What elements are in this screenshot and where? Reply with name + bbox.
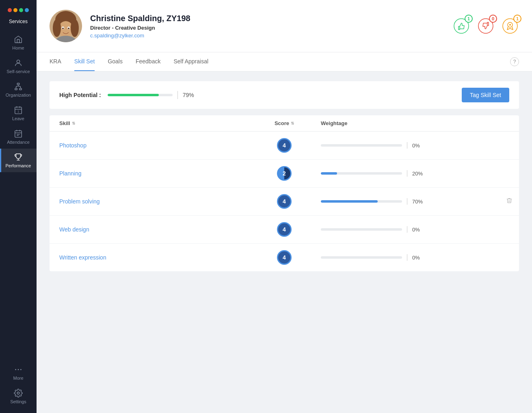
sidebar-item-more[interactable]: More xyxy=(0,361,37,385)
table-row: Written expression 4 0% xyxy=(50,244,519,271)
sidebar-item-organization[interactable]: Organization xyxy=(0,78,37,102)
trash-icon xyxy=(506,197,513,204)
trophy-icon xyxy=(14,153,23,162)
delete-row-button[interactable] xyxy=(506,197,513,205)
skill-sort-icon[interactable]: ⇅ xyxy=(72,121,75,125)
svg-point-15 xyxy=(53,19,61,37)
ellipsis-icon xyxy=(14,365,23,374)
hp-divider xyxy=(177,91,178,99)
sidebar-item-label: Attendance xyxy=(7,140,30,145)
hp-label: High Potential : xyxy=(59,92,101,98)
services-label: Services xyxy=(9,19,28,24)
tab-goals[interactable]: Goals xyxy=(108,52,123,71)
weight-bar-planning xyxy=(321,172,402,175)
hp-bar-track xyxy=(108,94,173,96)
sidebar-item-label: Organization xyxy=(6,93,31,97)
attendance-icon xyxy=(14,129,23,138)
score-cell: 4 xyxy=(248,194,321,209)
score-badge-photoshop: 4 xyxy=(277,138,292,153)
hp-percent: 79% xyxy=(183,92,194,98)
logo-dot-yellow xyxy=(13,8,17,12)
home-icon xyxy=(14,35,23,44)
sidebar-item-performance[interactable]: Performance xyxy=(0,149,37,172)
leave-icon: 1 xyxy=(14,106,23,115)
logo-dot-blue xyxy=(25,8,29,12)
col-weightage: Weightage xyxy=(321,120,509,126)
profile-name: Christine Spalding, ZY198 xyxy=(90,14,190,23)
col-score: Score ⇅ xyxy=(248,120,321,126)
score-badge-web-design: 4 xyxy=(277,222,292,237)
tag-skill-set-button[interactable]: Tag Skill Set xyxy=(462,88,509,102)
score-sort-icon[interactable]: ⇅ xyxy=(291,121,294,125)
thumbs-down-badge[interactable]: 0 xyxy=(477,17,495,35)
sidebar-item-attendance[interactable]: Attendance xyxy=(0,125,37,149)
high-potential-row: High Potential : 79% Tag Skill Set xyxy=(50,81,519,109)
person-icon xyxy=(14,58,23,67)
thumbs-up-count: 1 xyxy=(465,15,473,23)
weight-divider xyxy=(407,170,407,177)
award-count: 1 xyxy=(513,15,521,23)
weight-divider xyxy=(407,142,407,149)
svg-point-26 xyxy=(509,24,511,26)
score-cell: 2 xyxy=(248,166,321,181)
logo-dot-red xyxy=(8,8,12,12)
sidebar-item-label: More xyxy=(13,376,23,381)
svg-rect-6 xyxy=(15,131,22,138)
skills-table: Skill ⇅ Score ⇅ Weightage Photoshop 4 xyxy=(50,115,519,271)
hp-bar-fill xyxy=(108,94,159,96)
svg-point-10 xyxy=(17,392,19,394)
weight-bar-problem-solving xyxy=(321,200,402,203)
content-area: High Potential : 79% Tag Skill Set Skill… xyxy=(37,71,532,413)
help-icon[interactable]: ? xyxy=(510,57,519,66)
score-badge-written-expression: 4 xyxy=(277,250,292,265)
profile-badges: 1 0 1 xyxy=(452,17,519,35)
profile-title: Director - Creative Design xyxy=(90,25,190,31)
skill-planning[interactable]: Planning xyxy=(59,170,248,177)
award-badge[interactable]: 1 xyxy=(501,17,519,35)
weight-divider xyxy=(407,198,407,205)
weightage-cell-written-expression: 0% xyxy=(321,254,509,261)
weight-divider xyxy=(407,254,407,261)
avatar xyxy=(50,10,82,42)
svg-rect-1 xyxy=(17,83,19,85)
score-cell: 4 xyxy=(248,138,321,153)
org-icon xyxy=(14,82,23,91)
tab-kra[interactable]: KRA xyxy=(50,52,61,71)
svg-point-21 xyxy=(68,28,69,29)
profile-header: Christine Spalding, ZY198 Director - Cre… xyxy=(37,0,532,52)
tab-self-appraisal[interactable]: Self Appraisal xyxy=(173,52,208,71)
svg-point-7 xyxy=(15,369,16,370)
weight-bar-web-design xyxy=(321,228,402,231)
sidebar-item-leave[interactable]: 1 Leave xyxy=(0,102,37,125)
tabs-bar: KRA Skill Set Goals Feedback Self Apprai… xyxy=(37,52,532,71)
table-header: Skill ⇅ Score ⇅ Weightage xyxy=(50,115,519,132)
tab-skill-set[interactable]: Skill Set xyxy=(74,52,95,71)
gear-icon xyxy=(14,389,23,398)
tab-feedback[interactable]: Feedback xyxy=(136,52,160,71)
sidebar: Services Home Self-service Organization … xyxy=(0,0,37,413)
profile-role: Director xyxy=(90,25,110,31)
sidebar-item-self-service[interactable]: Self-service xyxy=(0,54,37,78)
sidebar-item-settings[interactable]: Settings xyxy=(0,385,37,408)
sidebar-item-home[interactable]: Home xyxy=(0,31,37,54)
svg-point-8 xyxy=(18,369,19,370)
skill-problem-solving[interactable]: Problem solving xyxy=(59,198,248,205)
thumbs-up-badge[interactable]: 1 xyxy=(452,17,470,35)
svg-point-16 xyxy=(71,19,79,37)
skill-written-expression[interactable]: Written expression xyxy=(59,254,248,261)
profile-email[interactable]: c.spalding@zylker.com xyxy=(90,32,190,39)
weight-bar-photoshop xyxy=(321,144,402,147)
skill-photoshop[interactable]: Photoshop xyxy=(59,142,248,149)
table-row: Problem solving 4 70% xyxy=(50,188,519,216)
weight-percent-photoshop: 0% xyxy=(412,143,420,149)
score-badge-problem-solving: 4 xyxy=(277,194,292,209)
weightage-cell-photoshop: 0% xyxy=(321,142,509,149)
skill-web-design[interactable]: Web design xyxy=(59,226,248,233)
weightage-cell-problem-solving: 70% xyxy=(321,198,509,205)
main-content: Christine Spalding, ZY198 Director - Cre… xyxy=(37,0,532,413)
svg-point-9 xyxy=(20,369,22,370)
weightage-cell-planning: 20% xyxy=(321,170,509,177)
svg-rect-2 xyxy=(15,89,17,90)
weightage-cell-web-design: 0% xyxy=(321,226,509,233)
weight-percent-planning: 20% xyxy=(412,171,423,177)
